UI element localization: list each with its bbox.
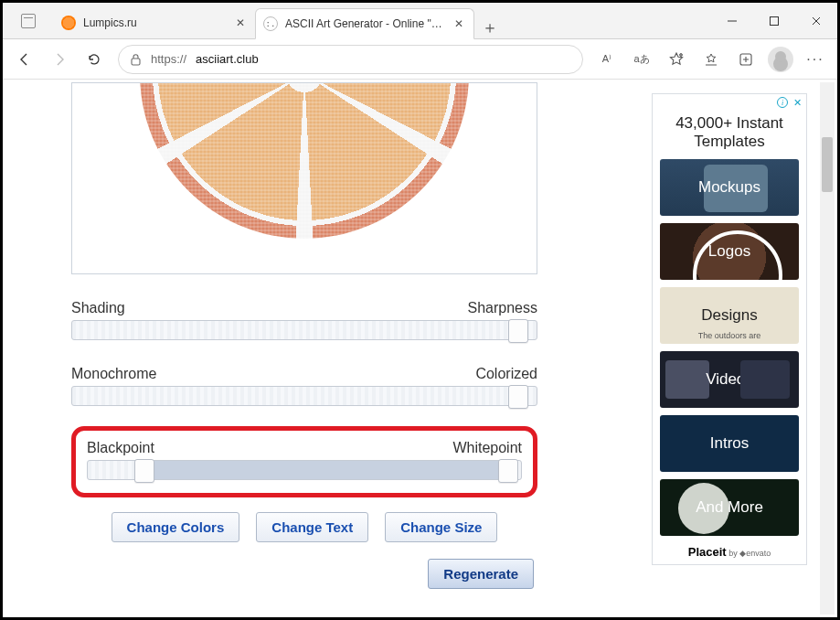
ad-footer: Placeit by ◆envato	[653, 543, 806, 564]
slider-thumb-white[interactable]	[498, 459, 518, 483]
label-monochrome: Monochrome	[71, 366, 156, 382]
ad-headline: 43,000+ Instant Templates	[653, 111, 806, 159]
tab-lumpics[interactable]: Lumpics.ru ✕	[54, 7, 255, 38]
window-titlebar: Lumpics.ru ✕ :. ASCII Art Generator - On…	[3, 3, 837, 39]
browser-toolbar: https://asciiart.club A⁾ aあ ···	[3, 39, 837, 80]
change-buttons-row: Change Colors Change Text Change Size	[71, 512, 537, 542]
ad-close-icon[interactable]: ✕	[792, 97, 803, 108]
tab-title: Lumpics.ru	[83, 16, 226, 29]
back-button[interactable]	[8, 43, 41, 76]
label-blackpoint: Blackpoint	[87, 440, 154, 456]
sidebar-ad: i ✕ 43,000+ Instant Templates Mockups Lo…	[652, 93, 807, 565]
ad-card-intros[interactable]: Intros	[660, 415, 799, 472]
close-window-button[interactable]	[795, 3, 837, 39]
ad-card-logos[interactable]: Logos	[660, 223, 799, 280]
slider-track[interactable]	[71, 320, 537, 340]
new-tab-button[interactable]: ＋	[474, 16, 505, 38]
window-controls	[711, 3, 837, 38]
slider-track[interactable]	[87, 460, 522, 480]
tab-strip: Lumpics.ru ✕ :. ASCII Art Generator - On…	[54, 3, 711, 38]
change-colors-button[interactable]: Change Colors	[112, 512, 240, 542]
slider-track[interactable]	[71, 386, 537, 406]
url-protocol: https://	[151, 52, 186, 66]
page-content: Shading Sharpness Monochrome Colorized	[5, 82, 835, 615]
label-whitepoint: Whitepoint	[452, 440, 522, 456]
label-colorized: Colorized	[475, 366, 537, 382]
translate-button[interactable]: aあ	[625, 43, 658, 76]
favorite-star-button[interactable]	[660, 43, 693, 76]
minimize-button[interactable]	[711, 3, 753, 39]
close-tab-icon[interactable]: ✕	[452, 16, 466, 31]
ad-card-designs[interactable]: DesignsThe outdoors are	[660, 287, 799, 344]
ascii-favicon-icon: :.	[263, 16, 278, 31]
refresh-button[interactable]	[78, 43, 111, 76]
tab-actions-button[interactable]	[3, 3, 54, 38]
ascii-preview	[71, 82, 537, 274]
slider-thumb-black[interactable]	[134, 459, 154, 483]
orange-favicon-icon	[61, 16, 76, 30]
slider-monochrome-colorized: Monochrome Colorized	[71, 366, 537, 406]
profile-button[interactable]	[764, 43, 797, 76]
ad-card-andmore[interactable]: And More	[660, 479, 799, 536]
ad-card-mockups[interactable]: Mockups	[660, 159, 799, 216]
address-bar[interactable]: https://asciiart.club	[118, 45, 583, 74]
scrollbar-thumb[interactable]	[822, 137, 833, 192]
reader-mode-button[interactable]: A⁾	[590, 43, 623, 76]
avatar-icon	[768, 47, 793, 72]
label-shading: Shading	[71, 300, 125, 316]
page-scrollbar[interactable]	[820, 82, 835, 615]
ad-card-videos[interactable]: Videos	[660, 351, 799, 408]
svg-rect-1	[132, 59, 140, 65]
tab-asciiart[interactable]: :. ASCII Art Generator - Online "HD ✕	[255, 8, 474, 39]
maximize-button[interactable]	[753, 3, 795, 39]
adchoices-icon[interactable]: i	[777, 97, 788, 108]
label-sharpness: Sharpness	[468, 300, 538, 316]
slider-thumb[interactable]	[508, 319, 528, 343]
regenerate-button[interactable]: Regenerate	[428, 559, 534, 589]
favorites-list-button[interactable]	[695, 43, 728, 76]
highlight-blackpoint-whitepoint: Blackpoint Whitepoint	[71, 426, 537, 497]
change-text-button[interactable]: Change Text	[256, 512, 368, 542]
url-domain: asciiart.club	[196, 52, 259, 66]
slider-shading-sharpness: Shading Sharpness	[71, 300, 537, 340]
change-size-button[interactable]: Change Size	[385, 512, 497, 542]
tab-title: ASCII Art Generator - Online "HD	[285, 17, 444, 30]
svg-rect-0	[771, 17, 779, 26]
slider-thumb[interactable]	[508, 385, 528, 409]
more-menu-button[interactable]: ···	[799, 43, 832, 76]
lock-icon	[130, 53, 142, 66]
orange-ascii-art-icon	[140, 82, 469, 239]
collections-button[interactable]	[729, 43, 762, 76]
close-tab-icon[interactable]: ✕	[233, 16, 248, 30]
forward-button[interactable]	[43, 43, 76, 76]
